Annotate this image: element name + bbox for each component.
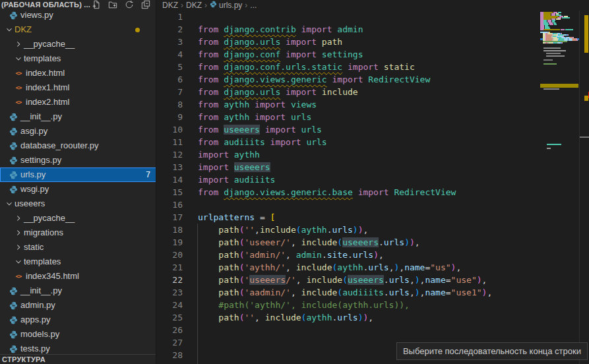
code-token: ): [477, 275, 482, 285]
code-token: include: [296, 262, 332, 272]
code-line[interactable]: 15from django.views.generic.base import …: [157, 186, 589, 198]
code-line[interactable]: 21 path('aythh/', include(aythh.urls,),n…: [157, 261, 589, 274]
code-line[interactable]: 4from django.conf import settings: [157, 48, 589, 61]
tree-item-settings-py[interactable]: settings.py: [0, 153, 156, 167]
tree-item-models-py[interactable]: models.py: [0, 327, 156, 342]
code-token: ,: [286, 262, 296, 272]
code-token: urls: [353, 250, 373, 260]
code-token: ): [373, 250, 379, 260]
new-folder-icon[interactable]: [108, 0, 118, 9]
code-line[interactable]: 1: [157, 11, 589, 23]
code-line[interactable]: 24 #path('aythh/', include(aythh.urls)),: [157, 299, 589, 311]
tree-item-index1-html[interactable]: <>index1.html: [0, 80, 156, 95]
code-line[interactable]: 8from aythh import views: [157, 98, 589, 111]
breadcrumb-item[interactable]: ...: [250, 1, 257, 10]
code-token: [286, 100, 291, 109]
code-token: urlpatterns: [198, 212, 255, 222]
tree-item-templates[interactable]: templates: [0, 255, 156, 269]
breadcrumb-item[interactable]: DKZ: [186, 1, 202, 10]
code-line[interactable]: 23 path('aadmin/', include(audiiits.urls…: [157, 286, 589, 299]
tree-item-views-py[interactable]: views.py: [0, 8, 156, 22]
code-token: include: [322, 87, 358, 97]
tree-item-admin-py[interactable]: admin.py: [0, 298, 156, 313]
code-line[interactable]: 20 path('admin/', admin.site.urls),: [157, 249, 589, 261]
code-line[interactable]: 9from aythh import urls: [157, 111, 589, 123]
tree-item-dkz[interactable]: DKZ: [0, 22, 156, 37]
code-token: ): [410, 237, 415, 247]
line-number: 4: [157, 48, 183, 61]
minimap-extra-row: [543, 88, 559, 90]
code-line[interactable]: 10from useeers import urls: [157, 123, 589, 136]
minimap-extra-row: [540, 84, 578, 88]
tree-item--init-py[interactable]: __init__.py: [0, 284, 156, 298]
line-number: 13: [157, 161, 183, 173]
new-file-icon[interactable]: [91, 0, 102, 9]
tree-item--pycache-[interactable]: __pycache__: [0, 37, 156, 51]
editor-pane: DKZ›DKZ›urls.py›... 12from django.contri…: [157, 0, 589, 364]
code-line[interactable]: 2from django.contrib import admin: [157, 23, 589, 36]
breadcrumb-item[interactable]: urls.py: [210, 1, 242, 10]
collapse-folders-icon[interactable]: [140, 0, 151, 9]
minimap[interactable]: [540, 0, 579, 364]
code-token: [198, 313, 218, 322]
tree-item-index345-html[interactable]: <>index345.html: [0, 269, 156, 284]
code-token: (: [342, 275, 348, 285]
tree-item-label: __pycache__: [24, 211, 75, 226]
code-line[interactable]: 22 path('useeers/', include(useeers.urls…: [157, 274, 589, 286]
code-line[interactable]: 25 path('', include(aythh.urls)),: [157, 311, 589, 324]
tree-item-static[interactable]: static: [0, 240, 156, 255]
code-line[interactable]: 12import aythh: [157, 148, 589, 161]
minimap-token: [568, 34, 569, 36]
python-file-icon: [8, 284, 18, 298]
code-token: '': [244, 225, 255, 235]
tree-item-index-html[interactable]: <>index.html: [0, 66, 156, 80]
git-modified-dot: [135, 28, 140, 32]
code-token: ,: [255, 313, 265, 322]
code-line[interactable]: 7from django.urls import include: [157, 86, 589, 98]
code-line[interactable]: 5from django.conf.urls.static import sta…: [157, 61, 589, 73]
code-line[interactable]: 11from audiiits import urls: [157, 136, 589, 148]
code-token: urls: [291, 112, 311, 122]
code-token: .: [384, 288, 389, 297]
tree-item-database-roouter-py[interactable]: database_roouter.py: [0, 138, 156, 153]
code-token: 'aythh/': [244, 262, 286, 272]
tree-item-useeers[interactable]: useeers: [0, 197, 156, 211]
code-line[interactable]: 19 path('useeer/', include(useeers.urls)…: [157, 236, 589, 249]
code-token: path: [218, 275, 239, 285]
code-line[interactable]: 3from django.urls import path: [157, 36, 589, 48]
tree-item-urls-py[interactable]: urls.py7: [0, 167, 156, 182]
code-token: path: [218, 262, 239, 272]
code-line[interactable]: 14import audiiits: [157, 173, 589, 186]
code-token: "use1": [451, 288, 482, 297]
breadcrumb-item[interactable]: DKZ: [162, 1, 178, 10]
code-line[interactable]: 6from django.views.generic import Redire…: [157, 73, 589, 86]
tree-item-asgi-py[interactable]: asgi.py: [0, 124, 156, 138]
tree-item--init-py[interactable]: __init__.py: [0, 109, 156, 124]
outline-section-header[interactable]: СТРУКТУРА: [0, 354, 156, 364]
code-token: [280, 37, 286, 47]
code-text: import useeers: [198, 161, 270, 173]
explorer-actions: [91, 0, 151, 9]
code-line[interactable]: 16: [157, 198, 589, 211]
tree-item-apps-py[interactable]: apps.py: [0, 313, 156, 327]
tree-item-wsgi-py[interactable]: wsgi.py: [0, 182, 156, 197]
code-token: ,: [415, 237, 420, 247]
code-token: static: [384, 62, 415, 72]
code-token: site: [327, 250, 348, 260]
code-token: import: [198, 175, 229, 185]
tree-item-index2-html[interactable]: <>index2.html: [0, 95, 156, 109]
tree-item-label: asgi.py: [20, 124, 47, 138]
code-line[interactable]: 18 path('',include(aythh.urls)),: [157, 224, 589, 236]
code-token: from: [198, 187, 224, 197]
code-token: RedirectView: [368, 75, 430, 84]
code-line[interactable]: 13import useeers: [157, 161, 589, 173]
code-line[interactable]: 26: [157, 324, 589, 336]
tree-item-migrations[interactable]: migrations: [0, 226, 156, 240]
refresh-icon[interactable]: [124, 0, 135, 9]
overview-ruler[interactable]: [579, 11, 589, 364]
tree-item--pycache-[interactable]: __pycache__: [0, 211, 156, 226]
code-line[interactable]: 17urlpatterns = [: [157, 211, 589, 224]
statusbar-tooltip: Выберите последовательность конца строки: [396, 342, 588, 360]
tree-item-templates[interactable]: templates: [0, 51, 156, 66]
minimap-token: [554, 24, 557, 25]
